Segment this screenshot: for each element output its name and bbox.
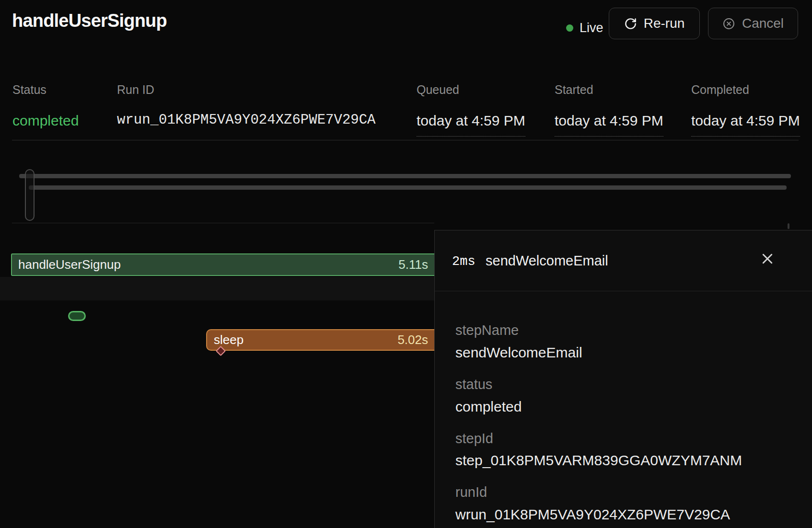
field-label: stepId <box>455 430 793 447</box>
panel-body: stepName sendWelcomeEmail status complet… <box>435 291 812 523</box>
field-value: step_01K8PM5VARM839GGA0WZYM7ANM <box>455 452 793 469</box>
meta-completed: Completed today at 4:59 PM <box>691 82 800 137</box>
run-id-value: wrun_01K8PM5VA9Y024XZ6PWE7V29CA <box>117 112 376 129</box>
meta-label: Started <box>555 82 663 97</box>
meta-status: Status completed <box>12 82 79 129</box>
minimap-span-bar <box>29 185 787 190</box>
span-sleep[interactable]: sleep 5.02s <box>206 329 434 351</box>
live-dot-icon <box>566 24 573 32</box>
meta-queued: Queued today at 4:59 PM <box>417 82 525 137</box>
refresh-icon <box>624 17 637 30</box>
x-circle-icon <box>722 17 735 30</box>
span-duration: 5.11s <box>398 257 428 272</box>
step-duration: 2ms <box>452 254 476 269</box>
field-stepName: stepName sendWelcomeEmail <box>455 322 793 361</box>
meta-started: Started today at 4:59 PM <box>555 82 663 137</box>
span-label: sleep <box>214 333 244 347</box>
page-title: handleUserSignup <box>12 11 167 31</box>
rerun-label: Re-run <box>644 16 685 31</box>
minimap-right-handle[interactable] <box>788 223 789 229</box>
field-stepId: stepId step_01K8PM5VARM839GGA0WZYM7ANM <box>455 430 793 470</box>
field-value: sendWelcomeEmail <box>455 344 793 361</box>
panel-header: 2ms sendWelcomeEmail <box>435 230 812 291</box>
divider <box>12 140 799 140</box>
field-status: status completed <box>455 376 793 415</box>
row-highlight <box>0 277 434 300</box>
cancel-button[interactable]: Cancel <box>708 8 798 39</box>
field-value: completed <box>455 398 793 415</box>
status-value: completed <box>12 112 79 129</box>
span-sendWelcomeEmail[interactable] <box>68 311 86 321</box>
cancel-label: Cancel <box>742 16 784 31</box>
minimap-span-bar <box>19 174 791 178</box>
meta-label: Completed <box>691 82 800 97</box>
completed-value: today at 4:59 PM <box>691 112 800 137</box>
field-value: wrun_01K8PM5VA9Y024XZ6PWE7V29CA <box>455 506 793 523</box>
span-label: handleUserSignup <box>18 257 121 272</box>
live-indicator: Live <box>566 19 603 36</box>
live-label: Live <box>580 21 603 35</box>
span-handleUserSignup[interactable]: handleUserSignup 5.11s <box>11 253 434 276</box>
started-value: today at 4:59 PM <box>555 112 663 137</box>
span-duration: 5.02s <box>397 333 428 347</box>
field-label: runId <box>455 484 793 501</box>
meta-label: Queued <box>417 82 525 97</box>
field-label: status <box>455 376 793 393</box>
close-icon <box>760 260 775 267</box>
close-button[interactable] <box>758 250 777 268</box>
meta-label: Run ID <box>117 82 376 97</box>
step-detail-panel: 2ms sendWelcomeEmail stepName sendWelcom… <box>434 230 812 528</box>
rerun-button[interactable]: Re-run <box>609 8 700 39</box>
field-runId: runId wrun_01K8PM5VA9Y024XZ6PWE7V29CA <box>455 484 793 523</box>
field-label: stepName <box>455 322 793 339</box>
trace-gantt: handleUserSignup 5.11s sleep 5.02s <box>0 223 434 528</box>
queued-value: today at 4:59 PM <box>417 112 525 137</box>
step-title: sendWelcomeEmail <box>486 253 608 269</box>
meta-label: Status <box>12 82 79 97</box>
meta-run-id: Run ID wrun_01K8PM5VA9Y024XZ6PWE7V29CA <box>117 82 376 129</box>
minimap-brush-handle[interactable] <box>25 169 35 221</box>
